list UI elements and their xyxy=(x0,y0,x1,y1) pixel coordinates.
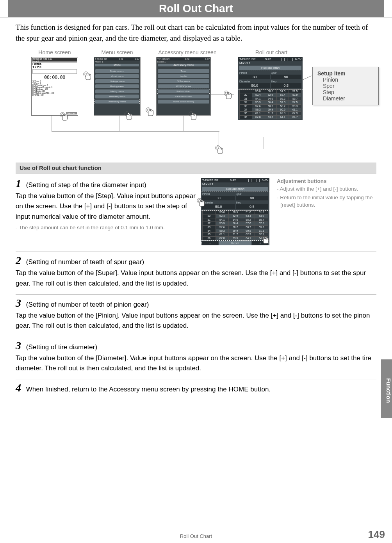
tap-icon xyxy=(223,90,233,104)
label-menu: Menu screen xyxy=(94,49,141,55)
tap-icon xyxy=(214,145,225,158)
step-1: 1 (Setting of step of the tire diameter … xyxy=(16,178,376,252)
footer-text: Roll Out Chart xyxy=(0,533,392,539)
tap-icon xyxy=(196,198,207,211)
page-title: Roll Out Chart xyxy=(8,0,384,17)
label-accessory: Accessory menu screen xyxy=(152,49,223,55)
step-3b: 3 (Setting of tire diameter) Tap the val… xyxy=(16,340,376,380)
tap-icon xyxy=(187,111,198,124)
tap-icon xyxy=(59,112,69,125)
tap-icon xyxy=(82,71,93,84)
adjust-head: Adjustment buttons xyxy=(277,178,376,184)
side-tab: Function xyxy=(381,359,392,418)
menu-screen-thumb: T-FHSS SR9:426.6V Model 1 Menu System me… xyxy=(94,57,141,116)
step1-body: Tap the value button of the [Step]. Valu… xyxy=(16,191,196,222)
home-screen-thumb: T-FHSS SR 9:42 6.6V Model 1 Futaba T7PX … xyxy=(31,57,78,116)
step1-head: (Setting of step of the tire diameter in… xyxy=(26,181,146,189)
rollout-screen-thumb: T-FHSS SR9:42❘❘❘❘❘ 6.6V Model 1 Roll out… xyxy=(238,57,303,120)
label-rollout: Roll out chart xyxy=(242,49,301,55)
tap-icon xyxy=(144,107,155,120)
intro-text: This function is designed for pan cars. … xyxy=(16,22,376,43)
step1-note: - The step amount can be set in the rang… xyxy=(16,224,196,231)
adjust-line1: - Adjust with the [+] and [-] buttons. xyxy=(277,186,376,193)
label-home: Home screen xyxy=(31,49,78,55)
step-4: 4 When finished, return to the Accessory… xyxy=(16,382,376,399)
adjust-line2: - Return to the initial value by tapping… xyxy=(277,194,376,208)
tap-icon xyxy=(123,111,134,124)
step-3a: 3 (Setting of number of teeth of pinion … xyxy=(16,298,376,337)
rollout-screen-step1: T-FHSS SR9:42❘❘❘❘❘ 6.6V Model 1 Roll out… xyxy=(201,178,269,245)
accessory-screen-thumb: T-FHSS SR9:426.6V Model 1 Accessory menu… xyxy=(156,57,211,116)
page-number: 149 xyxy=(368,529,385,541)
navigation-diagram: Home screen Menu screen Accessory menu s… xyxy=(16,49,376,159)
tap-icon xyxy=(260,235,271,248)
section-header: Use of Roll out chart function xyxy=(16,163,376,173)
step-2: 2 (Setting of number of teeth of spur ge… xyxy=(16,255,376,295)
setup-item-box: Setup item Pinion Sper Step Diameter xyxy=(312,67,379,105)
